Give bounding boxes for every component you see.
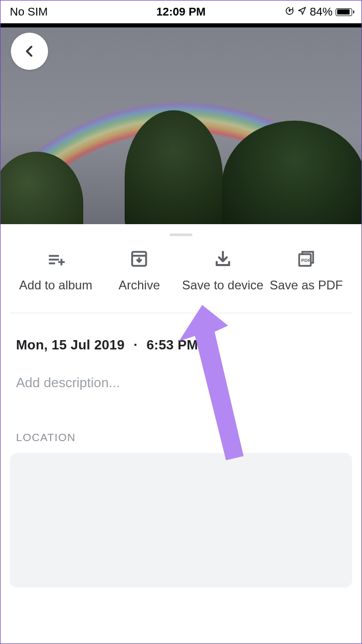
- svg-rect-0: [289, 10, 290, 12]
- photo-date: Mon, 15 Jul 2019: [16, 337, 125, 353]
- back-button[interactable]: [11, 33, 48, 70]
- save-as-pdf-button[interactable]: PDF Save as PDF: [265, 250, 349, 293]
- chevron-left-icon: [22, 43, 37, 59]
- battery-percent: 84%: [310, 5, 333, 19]
- action-label: Save to device: [182, 277, 263, 293]
- action-row: Add to album Archive Save to device PDF …: [10, 250, 352, 313]
- save-to-device-button[interactable]: Save to device: [181, 250, 265, 293]
- clock-time: 12:09 PM: [124, 5, 238, 19]
- photo-preview[interactable]: [1, 27, 361, 224]
- date-time-row[interactable]: Mon, 15 Jul 2019 · 6:53 PM: [16, 337, 346, 353]
- action-label: Save as PDF: [270, 277, 343, 293]
- carrier-label: No SIM: [10, 5, 124, 19]
- svg-text:PDF: PDF: [301, 258, 311, 263]
- sheet-grabber[interactable]: [170, 233, 192, 236]
- pdf-icon: PDF: [297, 250, 315, 268]
- location-arrow-icon: [297, 5, 307, 19]
- battery-icon: [336, 8, 352, 16]
- action-label: Archive: [118, 277, 160, 293]
- status-bar: No SIM 12:09 PM 84%: [1, 1, 361, 23]
- action-label: Add to album: [19, 277, 92, 293]
- add-to-album-button[interactable]: Add to album: [14, 250, 98, 293]
- location-map-placeholder[interactable]: [10, 453, 352, 588]
- photo-time: 6:53 PM: [146, 337, 198, 353]
- rotation-lock-icon: [285, 5, 294, 19]
- archive-icon: [130, 250, 148, 268]
- photo-info-sheet[interactable]: Add to album Archive Save to device PDF …: [1, 224, 361, 643]
- location-section-label: LOCATION: [16, 431, 346, 444]
- separator-dot: ·: [133, 337, 137, 353]
- description-input[interactable]: Add description...: [16, 375, 346, 391]
- separator-bar: [1, 23, 361, 27]
- status-right-icons: 84%: [238, 5, 352, 19]
- download-icon: [214, 250, 232, 268]
- playlist-add-icon: [47, 250, 65, 268]
- archive-button[interactable]: Archive: [98, 250, 182, 293]
